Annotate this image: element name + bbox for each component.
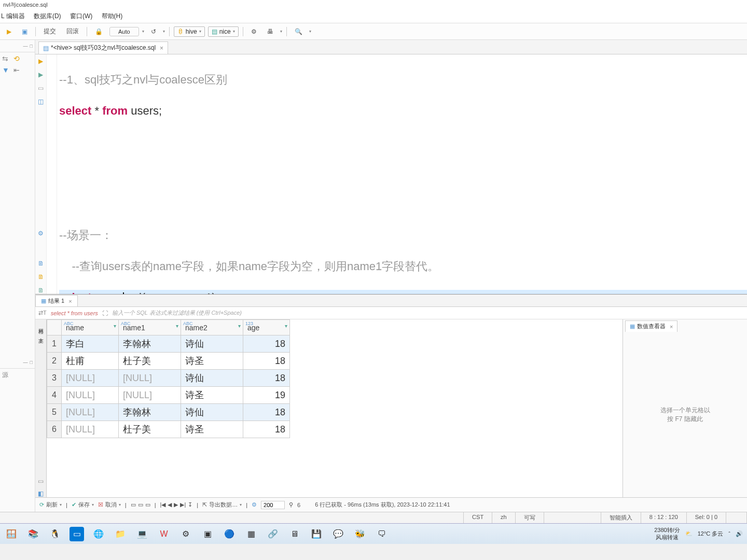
- cell[interactable]: [NULL]: [62, 421, 119, 438]
- prev-icon[interactable]: ◀: [168, 501, 172, 508]
- menu-database[interactable]: 数据库(D): [34, 12, 61, 20]
- edit-icon[interactable]: ▭: [145, 501, 150, 508]
- first-icon[interactable]: |◀: [160, 501, 166, 508]
- col-header-name2[interactable]: ABCname2▾: [181, 320, 243, 335]
- search-icon[interactable]: 🔍: [291, 26, 306, 37]
- table-row[interactable]: 4[NULL][NULL]诗圣19: [47, 387, 290, 404]
- expand-icon[interactable]: ⛶: [102, 310, 108, 316]
- menu-help[interactable]: 帮助(H): [102, 12, 123, 20]
- doc-icon[interactable]: 🗎: [38, 287, 44, 294]
- refresh-button[interactable]: ⟳刷新▾: [39, 501, 62, 509]
- minimize-icon[interactable]: —: [23, 360, 28, 365]
- cell[interactable]: 李翰林: [119, 335, 181, 353]
- table-row[interactable]: 1李白李翰林诗仙18: [47, 335, 290, 353]
- chevron-down-icon[interactable]: ▾: [142, 29, 144, 34]
- col-header-name[interactable]: ABCname▾: [62, 320, 119, 335]
- export-button[interactable]: ⇱导出数据…▾: [202, 501, 242, 509]
- cell[interactable]: 18: [243, 335, 290, 353]
- doc-icon[interactable]: 🗎: [38, 273, 44, 281]
- minimize-icon[interactable]: —: [23, 44, 28, 49]
- cell[interactable]: 18: [243, 421, 290, 438]
- edit-icon[interactable]: ▭: [138, 501, 143, 508]
- fetch-icon[interactable]: ↧: [188, 501, 192, 508]
- connection-combo[interactable]: 🛢 hive ▾: [174, 26, 205, 37]
- settings-icon[interactable]: ⚙: [178, 527, 193, 541]
- cell[interactable]: 李翰林: [119, 404, 181, 421]
- gutter-icon[interactable]: ▭: [38, 85, 44, 92]
- gear-icon[interactable]: ⚙: [252, 501, 257, 508]
- task-icon[interactable]: 🐧: [48, 527, 62, 541]
- execute-plan-icon[interactable]: ▣: [18, 26, 31, 37]
- cell[interactable]: 杜子美: [119, 421, 181, 438]
- cell[interactable]: 诗仙: [181, 335, 243, 353]
- link-icon[interactable]: ⇆: [2, 54, 9, 63]
- task-icon[interactable]: 🐝: [353, 527, 367, 541]
- filter-sql-icon[interactable]: ⇄T: [38, 310, 47, 316]
- inspector-tab[interactable]: ▦ 数值查看器 ×: [625, 320, 677, 332]
- task-icon[interactable]: 💻: [135, 527, 149, 541]
- doc-icon[interactable]: 🗎: [38, 260, 44, 267]
- restore-icon[interactable]: □: [30, 360, 33, 365]
- col-header-age[interactable]: 123age▾: [243, 320, 290, 335]
- lock-icon[interactable]: 🔒: [91, 26, 106, 37]
- cell[interactable]: [NULL]: [62, 370, 119, 387]
- last-icon[interactable]: ▶|: [180, 501, 186, 508]
- fetch-size-input[interactable]: [261, 501, 285, 509]
- cell[interactable]: 19: [243, 387, 290, 404]
- execute-icon[interactable]: ▶: [3, 26, 15, 37]
- restore-icon[interactable]: □: [30, 44, 33, 49]
- start-icon[interactable]: 🪟: [4, 527, 19, 541]
- task-icon[interactable]: ▣: [200, 527, 215, 541]
- col-header-name1[interactable]: ABCname1▾: [119, 320, 181, 335]
- commit-button[interactable]: 提交: [40, 25, 60, 37]
- cell[interactable]: 诗圣: [181, 387, 243, 404]
- history-icon[interactable]: ↺: [147, 26, 160, 37]
- close-icon[interactable]: ×: [670, 324, 673, 330]
- result-grid[interactable]: ABCname▾ ABCname1▾ ABCname2▾ 123age▾ 1李白…: [47, 319, 622, 497]
- gutter-icon[interactable]: ◫: [38, 98, 44, 105]
- tray-chevron[interactable]: ˆ: [728, 531, 730, 537]
- autocommit-combo[interactable]: Auto: [109, 27, 139, 36]
- chrome-icon[interactable]: 🌐: [91, 527, 106, 541]
- cell[interactable]: 18: [243, 404, 290, 421]
- task-icon[interactable]: ▦: [244, 527, 258, 541]
- cancel-button[interactable]: ☒取消▾: [98, 501, 121, 509]
- wps-icon[interactable]: W: [157, 527, 171, 541]
- cell[interactable]: 诗仙: [181, 404, 243, 421]
- edit-icon[interactable]: ▭: [131, 501, 136, 508]
- menu-window[interactable]: 窗口(W): [70, 12, 92, 20]
- grid-view-tab[interactable]: 网格: [36, 323, 46, 327]
- task-icon[interactable]: 🖥: [287, 527, 302, 541]
- cell[interactable]: 杜子美: [119, 353, 181, 370]
- settings-icon[interactable]: ⚙: [247, 26, 260, 37]
- cell[interactable]: 诗仙: [181, 370, 243, 387]
- menu-editor[interactable]: L 编辑器: [1, 12, 25, 20]
- record-icon[interactable]: ▭: [38, 478, 44, 485]
- sql-editor[interactable]: ⊖--1、sql技巧之nvl与coalesce区别 select * from …: [57, 54, 747, 294]
- chevron-down-icon[interactable]: ▾: [280, 29, 282, 34]
- task-icon[interactable]: 💾: [309, 527, 324, 541]
- wechat-icon[interactable]: 💬: [331, 527, 345, 541]
- editor-tab[interactable]: ▤ *<hive> sql技巧03之nvl与coalesce.sql ×: [38, 41, 168, 54]
- refresh-icon[interactable]: ⟲: [13, 54, 20, 63]
- panel-icon[interactable]: ◧: [38, 490, 44, 497]
- save-button[interactable]: ✔保存▾: [72, 501, 94, 509]
- rollback-button[interactable]: 回滚: [63, 25, 82, 37]
- cell[interactable]: [NULL]: [119, 370, 181, 387]
- collapse-icon[interactable]: ⇤: [13, 66, 20, 74]
- task-icon[interactable]: 🔗: [266, 527, 280, 541]
- filter-icon[interactable]: ▼: [2, 66, 9, 74]
- result-tab[interactable]: ▦ 结果 1 ×: [35, 295, 78, 306]
- volume-icon[interactable]: 🔊: [736, 530, 743, 537]
- schema-combo[interactable]: ▤ nice ▾: [208, 26, 239, 37]
- cell[interactable]: 诗圣: [181, 353, 243, 370]
- table-row[interactable]: 2杜甫杜子美诗圣18: [47, 353, 290, 370]
- cell[interactable]: 18: [243, 370, 290, 387]
- gear-icon[interactable]: ⚙: [38, 230, 44, 237]
- weather-icon[interactable]: ⛅: [685, 530, 693, 537]
- table-row[interactable]: 6[NULL]杜子美诗圣18: [47, 421, 290, 438]
- run-icon[interactable]: ▶: [38, 58, 43, 65]
- close-icon[interactable]: ×: [68, 298, 72, 304]
- text-view-tab[interactable]: 文本: [36, 332, 46, 336]
- cell[interactable]: 杜甫: [62, 353, 119, 370]
